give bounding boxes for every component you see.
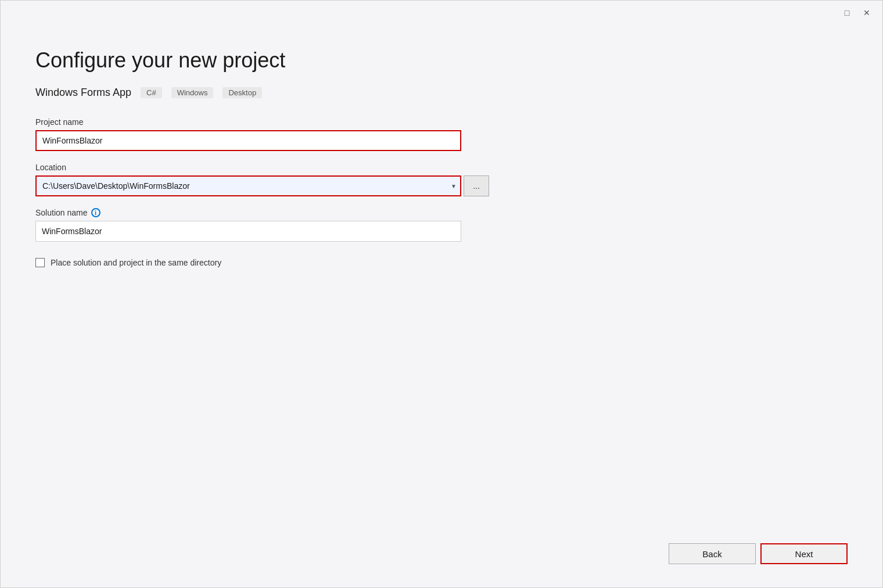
browse-button[interactable]: ... (464, 175, 489, 196)
footer: Back Next (1, 532, 882, 587)
location-label: Location (35, 163, 848, 172)
solution-name-label: Solution name i (35, 208, 848, 217)
next-button[interactable]: Next (760, 543, 848, 564)
title-bar: □ ✕ (1, 1, 882, 25)
back-button[interactable]: Back (669, 543, 756, 564)
main-window: □ ✕ Configure your new project Windows F… (0, 0, 883, 588)
same-directory-checkbox[interactable] (35, 258, 45, 267)
same-directory-row: Place solution and project in the same d… (35, 258, 848, 267)
maximize-button[interactable]: □ (841, 6, 853, 19)
tag-windows: Windows (171, 87, 214, 98)
project-name-section: Project name (35, 117, 848, 151)
project-type-name: Windows Forms App (35, 87, 131, 99)
location-select[interactable]: C:\Users\Dave\Desktop\WinFormsBlazor (35, 175, 461, 196)
project-type-row: Windows Forms App C# Windows Desktop (35, 87, 848, 99)
solution-name-input[interactable] (35, 221, 461, 242)
solution-name-info-icon: i (91, 208, 100, 217)
location-row: C:\Users\Dave\Desktop\WinFormsBlazor ▼ .… (35, 175, 848, 196)
same-directory-label: Place solution and project in the same d… (51, 258, 221, 267)
project-name-input[interactable] (35, 130, 461, 151)
project-name-label: Project name (35, 117, 848, 127)
tag-desktop: Desktop (222, 87, 262, 98)
tag-csharp: C# (141, 87, 162, 98)
location-wrapper: C:\Users\Dave\Desktop\WinFormsBlazor ▼ (35, 175, 461, 196)
solution-name-section: Solution name i (35, 208, 848, 242)
location-section: Location C:\Users\Dave\Desktop\WinFormsB… (35, 163, 848, 196)
page-title: Configure your new project (35, 48, 848, 73)
close-button[interactable]: ✕ (860, 6, 873, 19)
content-area: Configure your new project Windows Forms… (1, 25, 882, 532)
